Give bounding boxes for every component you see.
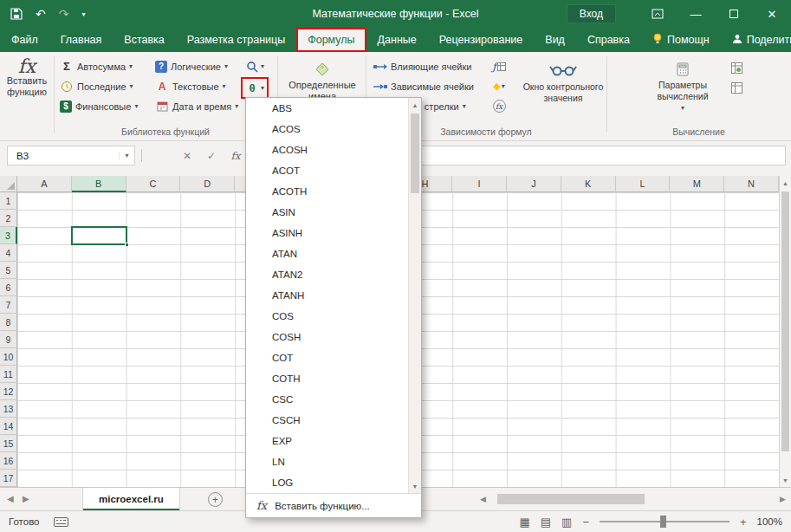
- scroll-left-icon[interactable]: ◀: [480, 495, 486, 503]
- function-item-cos[interactable]: COS: [246, 306, 421, 327]
- function-item-asinh[interactable]: ASINH: [246, 223, 421, 243]
- cancel-icon[interactable]: ✕: [177, 146, 198, 165]
- tab-home[interactable]: Главная: [49, 28, 113, 52]
- vertical-scroll-thumb[interactable]: [781, 191, 789, 451]
- row-header-12[interactable]: 12: [0, 383, 17, 400]
- zoom-slider[interactable]: [600, 521, 729, 522]
- add-sheet-button[interactable]: +: [208, 492, 223, 507]
- row-header-7[interactable]: 7: [0, 296, 17, 314]
- calculate-now-button[interactable]: [726, 59, 747, 77]
- row-header-14[interactable]: 14: [0, 418, 17, 435]
- sign-in-button[interactable]: Вход: [567, 4, 616, 23]
- calculation-options-button[interactable]: Параметры вычислений ▾: [645, 55, 721, 137]
- function-item-exp[interactable]: EXP: [246, 431, 421, 451]
- scroll-up-icon[interactable]: ▲: [409, 98, 421, 112]
- watch-window-button[interactable]: Окно контрольного значения: [520, 55, 606, 137]
- function-item-atan[interactable]: ATAN: [246, 243, 421, 264]
- sheet-tab-active[interactable]: microexcel.ru: [82, 488, 180, 510]
- row-header-13[interactable]: 13: [0, 400, 17, 418]
- row-header-5[interactable]: 5: [0, 262, 17, 279]
- customize-qat-icon[interactable]: ▾: [81, 10, 85, 18]
- row-header-15[interactable]: 15: [0, 435, 17, 452]
- row-header-4[interactable]: 4: [0, 244, 17, 262]
- function-item-acot[interactable]: ACOT: [246, 160, 421, 181]
- row-header-17[interactable]: 17: [0, 470, 17, 487]
- text-functions-button[interactable]: А Текстовые ▾: [152, 77, 241, 95]
- row-header-16[interactable]: 16: [0, 452, 17, 470]
- show-formulas-button[interactable]: ƒ: [489, 57, 509, 75]
- redo-icon[interactable]: ↷: [59, 7, 69, 21]
- ribbon-display-options-icon[interactable]: [639, 0, 677, 28]
- column-header-i[interactable]: I: [452, 176, 507, 192]
- function-item-acosh[interactable]: ACOSH: [246, 139, 421, 160]
- insert-function-button[interactable]: fx Вставить функцию: [2, 55, 52, 137]
- column-header-k[interactable]: K: [561, 176, 616, 192]
- lookup-reference-button[interactable]: ▾: [243, 57, 269, 75]
- minimize-button[interactable]: —: [677, 0, 715, 28]
- function-item-cosh[interactable]: COSH: [246, 327, 421, 347]
- tab-file[interactable]: Файл: [0, 28, 49, 52]
- column-header-l[interactable]: L: [616, 176, 671, 192]
- close-button[interactable]: ✕: [753, 0, 791, 28]
- vertical-scrollbar[interactable]: ▲ ▼: [779, 176, 791, 487]
- zoom-in-icon[interactable]: +: [740, 516, 747, 529]
- column-header-a[interactable]: A: [17, 176, 72, 192]
- sheet-nav-left-icon[interactable]: ◀: [7, 494, 14, 503]
- insert-function-menu-item[interactable]: fx Вставить функцию...: [246, 493, 421, 517]
- row-header-1[interactable]: 1: [0, 192, 17, 210]
- scroll-right-icon[interactable]: ▶: [780, 495, 786, 503]
- function-item-acoth[interactable]: ACOTH: [246, 181, 421, 202]
- column-header-d[interactable]: D: [180, 176, 235, 192]
- name-box[interactable]: B3 ▾: [7, 146, 135, 165]
- financial-button[interactable]: $ Финансовые ▾: [57, 97, 140, 115]
- trace-dependents-button[interactable]: Зависимые ячейки: [371, 77, 477, 95]
- zoom-out-icon[interactable]: −: [582, 516, 589, 529]
- function-item-csch[interactable]: CSCH: [246, 410, 421, 431]
- tab-assistant[interactable]: Помощн: [641, 28, 721, 52]
- tab-formulas[interactable]: Формулы: [296, 28, 366, 52]
- logical-button[interactable]: ? Логические ▾: [152, 57, 241, 75]
- column-header-m[interactable]: M: [670, 176, 724, 192]
- horizontal-scroll-thumb[interactable]: [497, 494, 645, 504]
- scroll-down-icon[interactable]: ▼: [780, 473, 791, 487]
- page-break-view-icon[interactable]: ▥: [561, 516, 572, 529]
- normal-view-icon[interactable]: ▦: [520, 516, 530, 529]
- row-header-10[interactable]: 10: [0, 348, 17, 366]
- row-header-8[interactable]: 8: [0, 314, 17, 331]
- tab-share[interactable]: Поделиться: [721, 28, 791, 52]
- tab-review[interactable]: Рецензирование: [428, 28, 535, 52]
- error-checking-button[interactable]: ◆ ▾: [489, 77, 509, 95]
- enter-check-icon[interactable]: ✓: [201, 146, 222, 165]
- function-item-log[interactable]: LOG: [246, 472, 421, 493]
- tab-help[interactable]: Справка: [576, 28, 641, 52]
- column-header-j[interactable]: J: [507, 176, 561, 192]
- math-trig-button[interactable]: θ ▾: [243, 79, 266, 97]
- dropdown-scrollbar[interactable]: ▲ ▼: [408, 98, 421, 493]
- function-item-ln[interactable]: LN: [246, 451, 421, 472]
- recent-functions-button[interactable]: Последние ▾: [57, 77, 140, 95]
- tab-insert[interactable]: Вставка: [113, 28, 175, 52]
- scroll-up-icon[interactable]: ▲: [780, 176, 791, 190]
- function-item-atanh[interactable]: ATANH: [246, 285, 421, 306]
- date-time-button[interactable]: Дата и время ▾: [152, 97, 241, 115]
- undo-icon[interactable]: ↶: [36, 7, 46, 21]
- function-item-cot[interactable]: COT: [246, 347, 421, 368]
- accessibility-keyboard-icon[interactable]: [54, 517, 68, 527]
- row-header-3[interactable]: 3: [0, 227, 17, 244]
- fill-handle[interactable]: [125, 243, 129, 247]
- trace-precedents-button[interactable]: Влияющие ячейки: [371, 57, 477, 75]
- page-layout-view-icon[interactable]: ▤: [541, 516, 551, 529]
- insert-function-fx-icon[interactable]: fx: [225, 146, 246, 165]
- tab-data[interactable]: Данные: [366, 28, 428, 52]
- function-item-atan2[interactable]: ATAN2: [246, 264, 421, 285]
- function-item-asin[interactable]: ASIN: [246, 202, 421, 223]
- sheet-nav-right-icon[interactable]: ▶: [23, 494, 29, 503]
- tab-view[interactable]: Вид: [534, 28, 576, 52]
- chevron-down-icon[interactable]: ▾: [119, 152, 134, 159]
- calculate-sheet-button[interactable]: [726, 79, 747, 97]
- row-header-11[interactable]: 11: [0, 366, 17, 383]
- function-item-coth[interactable]: COTH: [246, 368, 421, 389]
- dropdown-scroll-thumb[interactable]: [411, 114, 419, 193]
- scroll-down-icon[interactable]: ▼: [409, 479, 421, 493]
- autosum-button[interactable]: Σ Автосумма ▾: [57, 57, 140, 75]
